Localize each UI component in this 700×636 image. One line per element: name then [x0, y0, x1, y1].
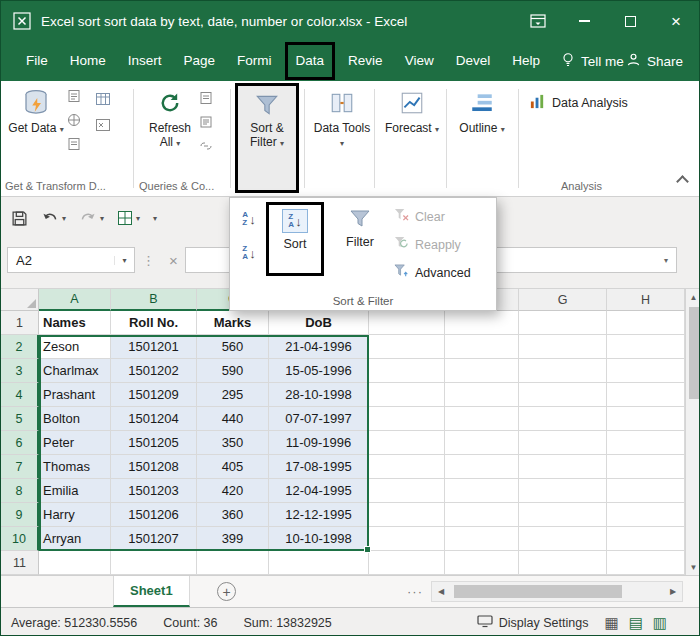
- cell-B8[interactable]: 1501203: [111, 479, 197, 503]
- properties-icon[interactable]: [199, 115, 213, 133]
- cell-D9[interactable]: 12-12-1995: [269, 503, 369, 527]
- cell-C4[interactable]: 295: [197, 383, 269, 407]
- recent-sources-icon[interactable]: [67, 137, 81, 155]
- cell-B10[interactable]: 1501207: [111, 527, 197, 551]
- cell-E10[interactable]: [369, 527, 445, 551]
- cell-H5[interactable]: [607, 407, 685, 431]
- cell-C11[interactable]: [197, 551, 269, 575]
- cell-A10[interactable]: Arryan: [39, 527, 111, 551]
- cell-C6[interactable]: 350: [197, 431, 269, 455]
- minimize-button[interactable]: [561, 1, 607, 41]
- cell-G11[interactable]: [519, 551, 607, 575]
- cell-E4[interactable]: [369, 383, 445, 407]
- name-box-dropdown-icon[interactable]: ▾: [114, 256, 134, 265]
- cell-H9[interactable]: [607, 503, 685, 527]
- data-analysis-button[interactable]: Data Analysis: [529, 93, 628, 113]
- reapply-button[interactable]: Reapply: [394, 236, 461, 253]
- existing-connections-icon[interactable]: [95, 117, 111, 137]
- cell-B7[interactable]: 1501208: [111, 455, 197, 479]
- cell-E7[interactable]: [369, 455, 445, 479]
- cell-C7[interactable]: 405: [197, 455, 269, 479]
- cell-G7[interactable]: [519, 455, 607, 479]
- queries-connections-icon[interactable]: [199, 91, 213, 109]
- cell-G10[interactable]: [519, 527, 607, 551]
- cell-G4[interactable]: [519, 383, 607, 407]
- cell-F5[interactable]: [445, 407, 519, 431]
- cell-E9[interactable]: [369, 503, 445, 527]
- tell-me[interactable]: Tell me: [561, 51, 624, 71]
- row-header-4[interactable]: 4: [1, 383, 39, 407]
- cell-D3[interactable]: 15-05-1996: [269, 359, 369, 383]
- cell-D4[interactable]: 28-10-1998: [269, 383, 369, 407]
- cell-H11[interactable]: [607, 551, 685, 575]
- cell-B4[interactable]: 1501209: [111, 383, 197, 407]
- cell-A3[interactable]: Charlmax: [39, 359, 111, 383]
- row-header-3[interactable]: 3: [1, 359, 39, 383]
- formula-bar-expand-icon[interactable]: ▾: [664, 256, 668, 265]
- tab-page[interactable]: Page: [173, 41, 227, 81]
- horizontal-scrollbar-thumb[interactable]: [454, 585, 622, 598]
- share-button[interactable]: Share: [626, 52, 683, 70]
- display-settings-button[interactable]: Display Settings: [477, 615, 589, 631]
- cell-E8[interactable]: [369, 479, 445, 503]
- cell-F1[interactable]: [445, 311, 519, 335]
- cell-A11[interactable]: [39, 551, 111, 575]
- column-header-G[interactable]: G: [519, 289, 607, 311]
- cell-B3[interactable]: 1501202: [111, 359, 197, 383]
- cell-A5[interactable]: Bolton: [39, 407, 111, 431]
- cell-F6[interactable]: [445, 431, 519, 455]
- cell-B11[interactable]: [111, 551, 197, 575]
- get-data-button[interactable]: Get Data ▾: [7, 85, 65, 137]
- vertical-scrollbar[interactable]: ▲ ▼: [685, 289, 700, 575]
- ribbon-display-options-icon[interactable]: [515, 1, 561, 41]
- customize-qat-button[interactable]: ▾: [153, 214, 157, 223]
- data-tools-button[interactable]: Data Tools ▾: [313, 85, 371, 151]
- borders-button[interactable]: ▾: [117, 210, 140, 226]
- sort-descending-button[interactable]: ZA ↓: [236, 240, 262, 266]
- scroll-right-icon[interactable]: ▶: [664, 587, 682, 596]
- maximize-button[interactable]: [607, 1, 653, 41]
- page-layout-view-button[interactable]: ▤: [629, 614, 643, 632]
- cell-A7[interactable]: Thomas: [39, 455, 111, 479]
- cell-G6[interactable]: [519, 431, 607, 455]
- vertical-scrollbar-thumb[interactable]: [689, 307, 699, 399]
- cell-H3[interactable]: [607, 359, 685, 383]
- page-break-view-button[interactable]: ▥: [653, 614, 667, 632]
- horizontal-scrollbar[interactable]: ◀ ▶: [431, 581, 683, 602]
- cell-C10[interactable]: 399: [197, 527, 269, 551]
- clear-button[interactable]: Clear: [394, 208, 445, 225]
- cell-G1[interactable]: [519, 311, 607, 335]
- column-header-A[interactable]: A: [39, 289, 111, 311]
- cell-H6[interactable]: [607, 431, 685, 455]
- sort-button[interactable]: ZA ↓ Sort: [266, 202, 324, 276]
- column-header-H[interactable]: H: [607, 289, 685, 311]
- cell-G3[interactable]: [519, 359, 607, 383]
- from-text-icon[interactable]: [67, 89, 81, 107]
- scroll-left-icon[interactable]: ◀: [432, 587, 450, 596]
- cell-D10[interactable]: 10-10-1998: [269, 527, 369, 551]
- outline-button[interactable]: Outline ▾: [453, 85, 511, 137]
- cell-A2[interactable]: Zeson: [39, 335, 111, 359]
- cell-H2[interactable]: [607, 335, 685, 359]
- formula-bar-grip-icon[interactable]: ⋮: [142, 253, 155, 268]
- cell-H7[interactable]: [607, 455, 685, 479]
- cell-F7[interactable]: [445, 455, 519, 479]
- row-header-5[interactable]: 5: [1, 407, 39, 431]
- cell-B1[interactable]: Roll No.: [111, 311, 197, 335]
- cell-B6[interactable]: 1501205: [111, 431, 197, 455]
- name-box[interactable]: A2 ▾: [7, 247, 135, 273]
- cell-D11[interactable]: [269, 551, 369, 575]
- cell-G9[interactable]: [519, 503, 607, 527]
- tab-splitter-icon[interactable]: ···: [407, 584, 423, 599]
- cell-F8[interactable]: [445, 479, 519, 503]
- cancel-icon[interactable]: ×: [169, 252, 178, 269]
- filter-button[interactable]: Filter: [334, 206, 386, 272]
- tab-home[interactable]: Home: [59, 41, 117, 81]
- cell-G5[interactable]: [519, 407, 607, 431]
- redo-button[interactable]: ▾: [79, 211, 104, 226]
- tab-revie[interactable]: Revie: [337, 41, 394, 81]
- sort-ascending-button[interactable]: AZ ↓: [236, 206, 262, 232]
- cell-H1[interactable]: [607, 311, 685, 335]
- edit-links-icon[interactable]: [199, 139, 213, 157]
- cell-B9[interactable]: 1501206: [111, 503, 197, 527]
